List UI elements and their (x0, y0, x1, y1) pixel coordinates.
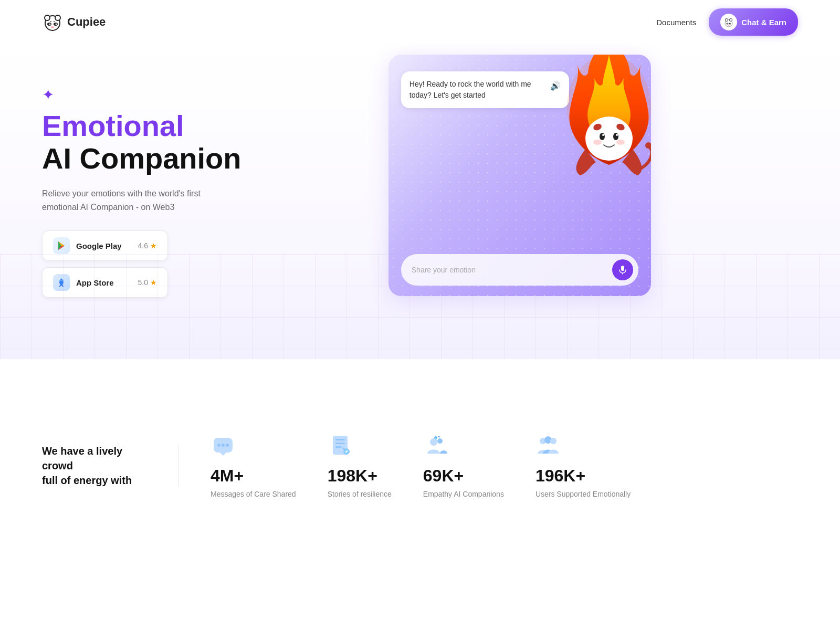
svg-point-49 (437, 438, 443, 444)
svg-point-19 (727, 23, 728, 24)
svg-rect-26 (621, 266, 624, 271)
stat-stories: 198K+ Stories of resilience (328, 433, 392, 498)
stats-grid: 4M+ Messages of Care Shared 198K+ Storie… (211, 433, 798, 498)
svg-point-10 (50, 21, 51, 22)
nav-right: Documents Chat & Earn (656, 8, 798, 36)
svg-point-7 (49, 24, 51, 25)
svg-rect-46 (335, 446, 342, 448)
svg-point-33 (616, 134, 618, 136)
chat-input-area[interactable]: Share your emotion (401, 254, 638, 286)
svg-point-41 (222, 444, 225, 447)
stat-companions: 69K+ Empathy AI Companions (423, 433, 504, 498)
svg-point-34 (593, 140, 602, 145)
stat-stories-value: 198K+ (328, 466, 377, 486)
hero-section: ✦ Emotional AI Companion Relieve your em… (0, 44, 840, 359)
svg-point-4 (56, 16, 60, 20)
logo: Cupiee (42, 12, 106, 33)
logo-text: Cupiee (67, 15, 106, 29)
svg-point-16 (730, 19, 732, 21)
stories-icon (328, 433, 353, 458)
svg-point-32 (602, 134, 604, 136)
navbar: Cupiee Documents Chat & Earn (0, 0, 840, 44)
hero-subtitle: Relieve your emotions with the world's f… (42, 187, 242, 214)
svg-point-20 (730, 23, 730, 24)
google-play-icon (53, 237, 70, 254)
svg-point-38 (645, 142, 651, 149)
stats-tagline: We have a lively crowd full of energy wi… (42, 444, 147, 488)
star-icon: ★ (150, 242, 157, 250)
svg-point-15 (726, 19, 728, 21)
stat-companions-label: Empathy AI Companions (423, 490, 504, 498)
stat-users-value: 196K+ (536, 466, 585, 486)
stat-companions-value: 69K+ (423, 466, 464, 486)
svg-point-42 (226, 444, 229, 447)
svg-point-11 (54, 21, 55, 22)
bubble-text: Hey! Ready to rock the world with me tod… (410, 79, 544, 101)
stat-messages-value: 4M+ (211, 466, 244, 486)
svg-point-48 (430, 438, 437, 446)
companions-icon (423, 433, 448, 458)
mic-button[interactable] (612, 259, 633, 280)
hero-title-black: AI Companion (42, 142, 242, 175)
flame-character (546, 55, 651, 181)
stats-tagline-text: We have a lively crowd full of energy wi… (42, 444, 147, 488)
svg-point-30 (600, 133, 605, 140)
svg-point-40 (217, 444, 220, 447)
svg-rect-44 (335, 439, 345, 440)
hero-title-purple: Emotional (42, 110, 242, 142)
google-play-label: Google Play (76, 242, 122, 250)
panda-badge-icon (720, 14, 737, 30)
svg-point-53 (550, 438, 556, 444)
stat-stories-label: Stories of resilience (328, 490, 392, 498)
svg-point-3 (45, 16, 49, 20)
svg-point-21 (728, 25, 730, 26)
messages-icon (211, 433, 236, 458)
svg-point-8 (56, 24, 57, 25)
chat-bubble: Hey! Ready to rock the world with me tod… (401, 71, 569, 108)
stat-messages: 4M+ Messages of Care Shared (211, 433, 296, 498)
stats-section: We have a lively crowd full of energy wi… (0, 401, 840, 530)
stat-messages-label: Messages of Care Shared (211, 490, 296, 498)
chat-card: Hey! Ready to rock the world with me tod… (388, 55, 651, 296)
google-play-rating: 4.6 ★ (138, 242, 157, 250)
panda-logo-icon (42, 12, 63, 33)
svg-rect-45 (335, 443, 345, 444)
stats-divider (178, 445, 179, 487)
svg-point-9 (51, 26, 54, 28)
stat-users-label: Users Supported Emotionally (536, 490, 631, 498)
users-icon (536, 433, 561, 458)
documents-link[interactable]: Documents (656, 18, 696, 27)
svg-point-29 (585, 117, 633, 161)
stat-users: 196K+ Users Supported Emotionally (536, 433, 631, 498)
sparkle-icon: ✦ (42, 86, 242, 103)
chat-input-placeholder: Share your emotion (412, 266, 607, 274)
svg-point-31 (613, 133, 618, 140)
svg-point-35 (616, 140, 625, 145)
chat-earn-button[interactable]: Chat & Earn (709, 8, 798, 36)
